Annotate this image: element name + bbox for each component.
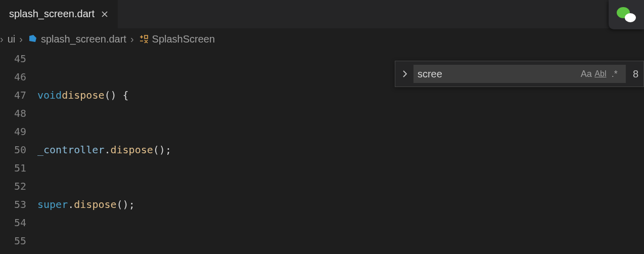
find-input-container: Aa Abl .* (413, 65, 626, 83)
line-number: 55 (0, 232, 26, 250)
chevron-right-icon[interactable] (400, 70, 409, 78)
line-number: 53 (0, 195, 26, 214)
breadcrumb-file[interactable]: splash_screen.dart (27, 33, 126, 45)
chevron-right-icon: › (19, 33, 23, 45)
chevron-right-icon: › (0, 33, 4, 45)
tab-splash-screen[interactable]: splash_screen.dart (0, 0, 118, 28)
line-number: 49 (0, 122, 26, 141)
match-whole-word-toggle[interactable]: Abl (593, 69, 608, 78)
breadcrumb-folder[interactable]: ui (8, 33, 16, 45)
code-line: } (37, 250, 644, 254)
close-icon[interactable] (101, 10, 109, 18)
line-number: 51 (0, 159, 26, 177)
code-line: void dispose() { (37, 86, 644, 104)
class-icon (138, 33, 149, 45)
tab-label: splash_screen.dart (9, 8, 95, 20)
code-line: super.dispose(); (37, 195, 644, 214)
wechat-overlay[interactable] (609, 0, 644, 29)
line-number: 54 (0, 214, 26, 232)
line-number: 45 (0, 50, 26, 68)
line-number: 47 (0, 86, 26, 104)
line-number: 46 (0, 68, 26, 86)
line-number: 50 (0, 141, 26, 159)
tab-bar: splash_screen.dart (0, 0, 644, 28)
regex-toggle[interactable]: .* (608, 69, 622, 79)
wechat-icon (616, 6, 637, 23)
chevron-right-icon: › (130, 33, 134, 45)
code-line: _controller.dispose(); (37, 141, 644, 159)
line-number: 52 (0, 177, 26, 195)
dart-file-icon (27, 33, 38, 45)
find-input[interactable] (418, 68, 579, 80)
match-case-toggle[interactable]: Aa (579, 69, 593, 79)
gutter: 45 46 47 48 49 50 51 52 53 54 55 (0, 50, 37, 254)
breadcrumb: › ui › splash_screen.dart › SplashScreen (0, 28, 644, 50)
find-result-count: 8 (630, 68, 638, 80)
breadcrumb-symbol[interactable]: SplashScreen (138, 33, 215, 45)
find-widget: Aa Abl .* 8 (395, 61, 644, 87)
line-number: 48 (0, 104, 26, 122)
